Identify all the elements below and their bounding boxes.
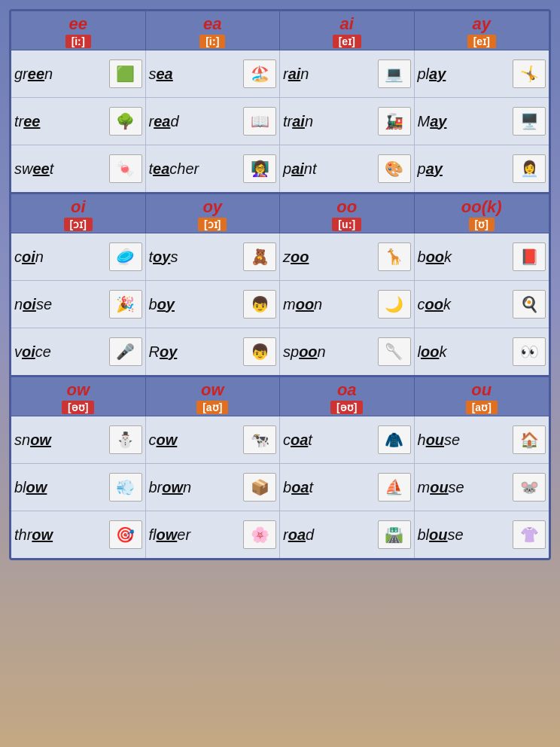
word-cell: boat⛵ <box>280 464 415 511</box>
vowel-label: ow <box>148 380 278 400</box>
word-image: 🌸 <box>243 520 276 549</box>
word-image: 🎨 <box>378 154 411 183</box>
word-row: sweet🍬teacher👩‍🏫paint🎨pay👩‍💼 <box>11 145 549 192</box>
header-cell: oi[ɔɪ] <box>11 194 146 233</box>
word-row: green🟩sea🏖️rain💻play🤸 <box>11 50 549 98</box>
word-text: tree <box>14 113 109 130</box>
vowel-label: ai <box>282 14 412 34</box>
ipa-badge: [uː] <box>332 218 361 231</box>
header-cell: ow[əʊ] <box>11 377 146 416</box>
word-cell: flower🌸 <box>146 511 281 558</box>
word-cell: coat🧥 <box>280 416 415 463</box>
word-cell: zoo🦒 <box>280 233 415 280</box>
word-image: 💻 <box>378 59 411 88</box>
word-cell: toys🧸 <box>146 233 281 280</box>
ipa-badge: [əʊ] <box>62 401 94 414</box>
word-text: cow <box>149 431 244 449</box>
header-row: oi[ɔɪ]oy[ɔɪ]oo[uː]oo(k)[ʊ] <box>11 194 549 233</box>
word-row: noise🎉boy👦moon🌙cook🍳 <box>11 281 549 328</box>
word-image: ⛵ <box>378 473 411 502</box>
word-text: sea <box>149 66 244 83</box>
word-image: 📦 <box>243 473 276 502</box>
word-image: 🌳 <box>109 107 142 136</box>
word-cell: cow🐄 <box>146 416 281 463</box>
word-image: 🎉 <box>109 290 142 319</box>
word-cell: blow💨 <box>11 464 146 511</box>
word-cell: brown📦 <box>146 464 281 511</box>
word-text: boy <box>149 296 244 313</box>
word-cell: read📖 <box>146 98 281 145</box>
header-cell: oo[uː] <box>280 194 415 233</box>
vowel-label: ay <box>416 14 548 34</box>
word-text: cook <box>418 296 513 313</box>
header-cell: oy[ɔɪ] <box>146 194 281 233</box>
section-section3: ow[əʊ]ow[aʊ]oa[əʊ]ou[aʊ]snow⛄cow🐄coat🧥ho… <box>11 377 549 558</box>
word-cell: book📕 <box>415 233 549 280</box>
word-image: 🦒 <box>378 242 411 271</box>
word-cell: snow⛄ <box>11 416 146 463</box>
word-cell: coin🥏 <box>11 233 146 280</box>
word-text: house <box>418 431 513 449</box>
vowel-label: oo <box>282 197 412 217</box>
vowel-label: ow <box>13 380 144 400</box>
word-cell: teacher👩‍🏫 <box>146 145 281 192</box>
word-image: 👦 <box>243 337 276 366</box>
vowel-label: ea <box>148 14 278 34</box>
word-row: blow💨brown📦boat⛵mouse🐭 <box>11 464 549 511</box>
word-text: pay <box>418 160 513 178</box>
word-image: 🎤 <box>109 337 142 366</box>
word-image: 🏖️ <box>243 59 276 88</box>
word-text: brown <box>149 479 244 496</box>
word-cell: play🤸 <box>415 50 549 97</box>
word-text: read <box>149 113 244 130</box>
word-text: coin <box>14 248 109 266</box>
word-text: teacher <box>149 160 244 178</box>
word-image: 📖 <box>243 107 276 136</box>
main-container: ee[iː]ea[iː]ai[eɪ]ay[eɪ]green🟩sea🏖️rain💻… <box>9 9 551 560</box>
section-section2: oi[ɔɪ]oy[ɔɪ]oo[uː]oo(k)[ʊ]coin🥏toys🧸zoo🦒… <box>11 194 549 375</box>
vowel-label: oy <box>148 197 278 217</box>
word-image: 🍳 <box>513 290 546 319</box>
word-cell: voice🎤 <box>11 328 146 375</box>
word-text: coat <box>283 431 378 449</box>
ipa-badge: [eɪ] <box>467 35 496 48</box>
word-cell: sweet🍬 <box>11 145 146 192</box>
word-cell: sea🏖️ <box>146 50 281 97</box>
word-cell: May🖥️ <box>415 98 549 145</box>
word-text: throw <box>14 526 109 544</box>
header-row: ow[əʊ]ow[aʊ]oa[əʊ]ou[aʊ] <box>11 377 549 416</box>
word-image: 👩‍💼 <box>513 154 546 183</box>
word-image: 💨 <box>109 473 142 502</box>
word-image: 🐄 <box>243 425 276 454</box>
vowel-label: ee <box>13 14 144 34</box>
word-cell: mouse🐭 <box>415 464 549 511</box>
header-cell: ea[iː] <box>146 11 281 50</box>
ipa-badge: [iː] <box>199 35 225 48</box>
word-rows: coin🥏toys🧸zoo🦒book📕noise🎉boy👦moon🌙cook🍳v… <box>11 233 549 375</box>
header-cell: ay[eɪ] <box>415 11 549 50</box>
word-cell: throw🎯 <box>11 511 146 558</box>
word-cell: green🟩 <box>11 50 146 97</box>
word-cell: blouse👚 <box>415 511 549 558</box>
word-row: throw🎯flower🌸road🛣️blouse👚 <box>11 511 549 558</box>
header-cell: oa[əʊ] <box>280 377 415 416</box>
word-image: 👩‍🏫 <box>243 154 276 183</box>
word-image: 🎯 <box>109 520 142 549</box>
vowel-label: oi <box>13 197 144 217</box>
header-row: ee[iː]ea[iː]ai[eɪ]ay[eɪ] <box>11 11 549 50</box>
word-text: flower <box>149 526 244 544</box>
word-text: blouse <box>418 526 513 544</box>
word-image: 🖥️ <box>513 107 546 136</box>
word-text: voice <box>14 343 109 361</box>
word-image: 👚 <box>513 520 546 549</box>
word-cell: house🏠 <box>415 416 549 463</box>
header-cell: ou[aʊ] <box>415 377 549 416</box>
word-image: 🟩 <box>109 59 142 88</box>
word-row: coin🥏toys🧸zoo🦒book📕 <box>11 233 549 281</box>
word-text: sweet <box>14 160 109 178</box>
word-image: ⛄ <box>109 425 142 454</box>
header-cell: ai[eɪ] <box>280 11 415 50</box>
header-cell: oo(k)[ʊ] <box>415 194 549 233</box>
ipa-badge: [ʊ] <box>469 218 495 231</box>
word-image: 👀 <box>513 337 546 366</box>
